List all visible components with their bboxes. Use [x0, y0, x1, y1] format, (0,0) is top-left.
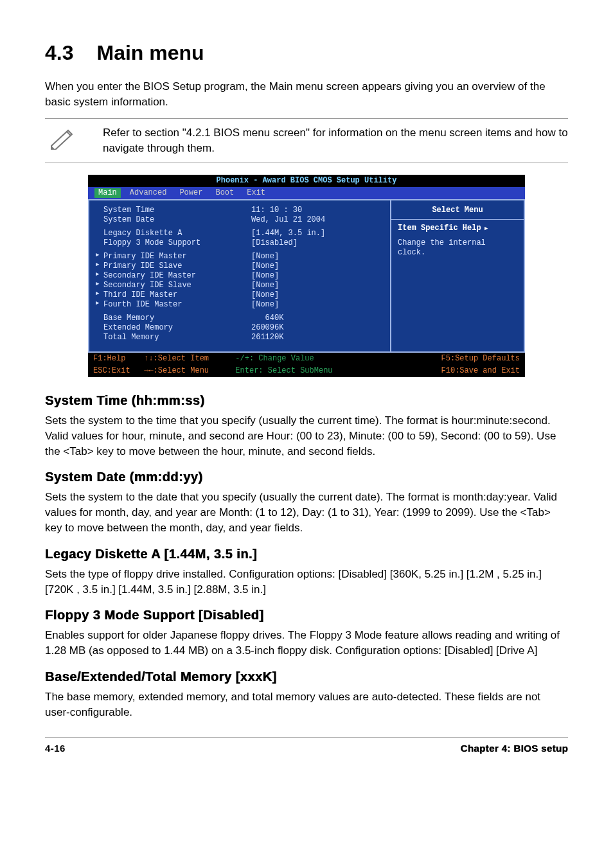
bios-row: Secondary IDE Master[None] — [96, 271, 384, 281]
sub1-heading: System Time (hh:mm:ss) — [45, 391, 568, 409]
bios-row: Floppy 3 Mode Support[Disabled] — [96, 238, 384, 248]
bios-screenshot: Phoenix - Award BIOS CMOS Setup Utility … — [88, 175, 525, 377]
sub2-heading: System Date (mm:dd:yy) — [45, 468, 568, 486]
bios-row-label: Secondary IDE Slave — [103, 281, 251, 290]
footer-l1b: -/+: Change Value — [235, 354, 377, 364]
bios-body: System Time11: 10 : 30System DateWed, Ju… — [88, 199, 525, 353]
bios-row: Secondary IDE Slave[None] — [96, 281, 384, 290]
sub1-body: Sets the system to the time that you spe… — [45, 413, 568, 459]
bios-row-label: Secondary IDE Master — [103, 271, 251, 281]
chapter-label: Chapter 4: BIOS setup — [460, 741, 568, 755]
section-number: 4.3 — [45, 41, 73, 64]
sub4-heading: Floppy 3 Mode Support [Disabled] — [45, 606, 568, 624]
bios-row-label: Primary IDE Master — [103, 252, 251, 261]
footer-l2c: F10:Save and Exit — [378, 366, 520, 376]
bios-right-panel: Select Menu Item Specific Help Change th… — [390, 199, 525, 353]
bios-row: Base Memory 640K — [96, 314, 384, 323]
bios-row: Fourth IDE Master[None] — [96, 300, 384, 310]
note-text: Refer to section "4.2.1 BIOS menu screen… — [103, 125, 568, 156]
footer-l2a: ESC:Exit →←:Select Menu — [93, 366, 235, 376]
footer-l2b: Enter: Select SubMenu — [235, 366, 377, 376]
bios-row: System Time11: 10 : 30 — [96, 206, 384, 215]
bios-row-value: 640K — [251, 314, 283, 323]
bios-row: Third IDE Master[None] — [96, 290, 384, 300]
bios-help-label: Item Specific Help — [398, 224, 517, 233]
sub3-heading: Legacy Diskette A [1.44M, 3.5 in.] — [45, 545, 568, 563]
sub2-body: Sets the system to the date that you spe… — [45, 490, 568, 535]
bios-row-value: [Disabled] — [251, 238, 298, 248]
bios-right-header: Select Menu — [398, 206, 517, 215]
bios-footer: F1:Help ↑↓:Select Item -/+: Change Value… — [88, 353, 525, 365]
bios-help-text: Change the internal clock. — [398, 238, 517, 258]
bios-tab-advanced: Advanced — [126, 188, 171, 198]
bios-row-value: [1.44M, 3.5 in.] — [251, 229, 325, 238]
bios-row: Extended Memory260096K — [96, 323, 384, 333]
bios-row-label: Fourth IDE Master — [103, 300, 251, 310]
page-number: 4-16 — [45, 741, 66, 755]
bios-row-label: System Date — [103, 215, 251, 225]
bios-left-panel: System Time11: 10 : 30System DateWed, Ju… — [88, 199, 390, 353]
bios-title: Phoenix - Award BIOS CMOS Setup Utility — [88, 175, 525, 187]
bios-row-value: 260096K — [251, 323, 283, 333]
bios-row-value: [None] — [251, 261, 279, 271]
bios-menubar: Main Advanced Power Boot Exit — [88, 187, 525, 199]
bios-row-label: Total Memory — [103, 333, 251, 342]
sub3-body: Sets the type of floppy drive installed.… — [45, 567, 568, 598]
sub5-heading: Base/Extended/Total Memory [xxxK] — [45, 668, 568, 686]
bios-row-label: Base Memory — [103, 314, 251, 323]
bios-row: Legacy Diskette A[1.44M, 3.5 in.] — [96, 229, 384, 238]
bios-tab-main: Main — [94, 188, 121, 198]
bios-tab-exit: Exit — [243, 188, 269, 198]
intro-paragraph: When you enter the BIOS Setup program, t… — [45, 79, 568, 110]
note-block: Refer to section "4.2.1 BIOS menu screen… — [45, 118, 568, 163]
sub4-body: Enables support for older Japanese flopp… — [45, 628, 568, 659]
bios-footer-2: ESC:Exit →←:Select Menu Enter: Select Su… — [88, 365, 525, 377]
page-footer: 4-16 Chapter 4: BIOS setup — [45, 737, 568, 755]
bios-row-value: [None] — [251, 290, 279, 300]
bios-row-value: [None] — [251, 281, 279, 290]
bios-row-label: Floppy 3 Mode Support — [103, 238, 251, 248]
bios-row-label: Legacy Diskette A — [103, 229, 251, 238]
sub5-body: The base memory, extended memory, and to… — [45, 689, 568, 720]
bios-row: Primary IDE Master[None] — [96, 252, 384, 261]
bios-row: System DateWed, Jul 21 2004 — [96, 215, 384, 225]
footer-l1c: F5:Setup Defaults — [378, 354, 520, 364]
bios-row-label: System Time — [103, 206, 251, 215]
bios-row-label: Third IDE Master — [103, 290, 251, 300]
section-title-text: Main menu — [96, 41, 204, 64]
bios-row-value: [None] — [251, 300, 279, 310]
bios-row-label: Extended Memory — [103, 323, 251, 333]
pencil-icon — [45, 125, 103, 154]
bios-tab-boot: Boot — [211, 188, 238, 198]
bios-row: Total Memory261120K — [96, 333, 384, 342]
section-heading: 4.3Main menu — [45, 39, 568, 67]
bios-row-value: 11: 10 : 30 — [251, 206, 302, 215]
bios-row-value: [None] — [251, 271, 279, 281]
bios-row: Primary IDE Slave[None] — [96, 261, 384, 271]
bios-tab-power: Power — [175, 188, 206, 198]
bios-row-label: Primary IDE Slave — [103, 261, 251, 271]
bios-row-value: 261120K — [251, 333, 283, 342]
footer-l1a: F1:Help ↑↓:Select Item — [93, 354, 235, 364]
bios-row-value: [None] — [251, 252, 279, 261]
bios-row-value: Wed, Jul 21 2004 — [251, 215, 325, 225]
